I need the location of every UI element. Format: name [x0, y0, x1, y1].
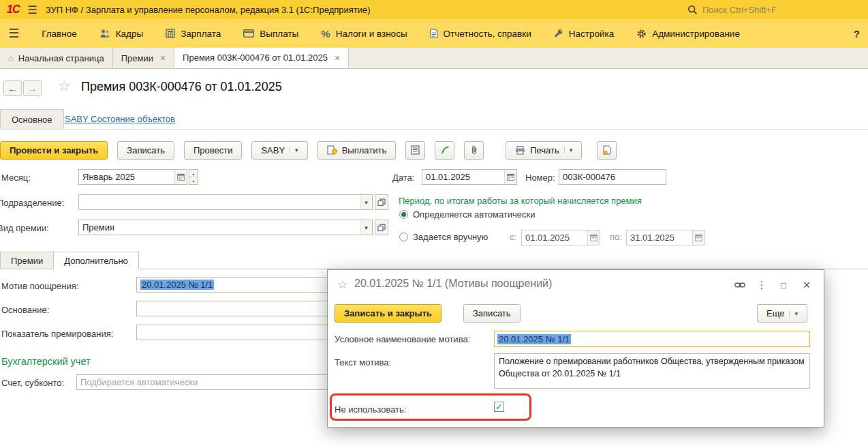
menu-label: Отчетность, справки [444, 29, 531, 39]
date-label: Дата: [392, 173, 414, 183]
saby-menu-button[interactable]: SABY ▾ [251, 141, 307, 160]
print-button[interactable]: Печать ▾ [506, 141, 582, 160]
more-button[interactable]: Еще ▾ [757, 304, 807, 323]
save-button[interactable]: Записать [117, 141, 174, 160]
button-label: Записать и закрыть [344, 308, 432, 318]
1c-logo-icon: 1С [7, 3, 19, 16]
tab-premiya-document[interactable]: Премия 003К-000476 от 01.01.2025 × [174, 48, 349, 68]
menu-item-kadry[interactable]: Кадры [99, 29, 143, 39]
calendar-icon[interactable] [587, 230, 600, 245]
attachments-button[interactable] [464, 141, 484, 160]
indicator-label: Показатель премирования: [1, 329, 113, 339]
nav-tab-osnovnoe[interactable]: Основное [0, 109, 64, 130]
account-input[interactable]: Подбирается автоматически [76, 374, 369, 390]
calendar-icon[interactable] [504, 170, 516, 184]
month-stepper[interactable]: ▴ ▾ [189, 169, 198, 185]
number-input[interactable]: 003К-000476 [559, 169, 666, 185]
post-and-close-button[interactable]: Провести и закрыть [0, 141, 108, 160]
to-label: по: [610, 232, 622, 242]
create-based-on-button[interactable] [597, 141, 617, 160]
number-value: 003К-000476 [563, 172, 662, 182]
section-divider [0, 129, 868, 130]
spin-up-icon[interactable]: ▴ [189, 170, 198, 177]
period-to-input[interactable]: 31.01.2025 [626, 230, 705, 245]
motive-name-label: Условное наименование мотива: [335, 334, 470, 344]
basis-label: Основание: [1, 305, 49, 315]
window-restore-icon[interactable]: □ [776, 278, 791, 292]
account-label: Счет, субконто: [1, 378, 64, 388]
favorite-star-icon[interactable]: ☆ [58, 78, 71, 94]
department-combo[interactable]: ▾ [78, 194, 373, 210]
close-dialog-icon[interactable]: × [799, 278, 814, 292]
menu-label: Настройка [569, 29, 614, 39]
date-input[interactable]: 01.01.2025 [422, 169, 517, 185]
open-in-list-icon [377, 198, 386, 207]
get-link-icon[interactable] [732, 278, 747, 292]
unused-label: Не использовать: [335, 404, 406, 415]
register-records-button[interactable] [405, 141, 425, 160]
department-label: Подразделение: [0, 198, 64, 208]
radio-auto-period[interactable] [399, 210, 408, 219]
pay-button[interactable]: Выплатить [317, 141, 397, 160]
motive-name-value: 20.01.2025 № 1/1 [497, 334, 571, 344]
calendar-icon[interactable] [692, 230, 704, 245]
edit-comment-button[interactable] [435, 141, 454, 160]
tab-dopolnitelno[interactable]: Дополнительно [53, 252, 139, 269]
motive-name-input[interactable]: 20.01.2025 № 1/1 [494, 331, 810, 347]
post-button[interactable]: Провести [184, 141, 243, 160]
dialog-save-and-close-button[interactable]: Записать и закрыть [335, 304, 441, 323]
menu-item-nastroyka[interactable]: Настройка [554, 29, 614, 39]
menu-item-vyplaty[interactable]: Выплаты [243, 29, 298, 39]
nav-tab-label: Основное [12, 115, 52, 125]
menu-item-zarplata[interactable]: Зарплата [166, 29, 221, 39]
tab-label: Премии [121, 53, 153, 63]
sections-menu-icon[interactable]: ☰ [8, 26, 19, 41]
button-label: Еще [766, 308, 784, 318]
help-button[interactable]: ? [854, 28, 860, 40]
tab-premii[interactable]: Премии [0, 252, 54, 269]
unused-checkbox[interactable]: ✓ [494, 402, 504, 412]
radio-manual-period[interactable] [399, 233, 408, 241]
quill-icon [440, 145, 450, 155]
department-open-button[interactable] [375, 194, 388, 210]
date-value: 01.01.2025 [426, 172, 501, 182]
menu-item-nalogi[interactable]: % Налоги и взносы [321, 28, 407, 40]
motive-text-input[interactable]: Положение о премировании работников Обще… [494, 353, 810, 389]
menu-item-otchetnost[interactable]: Отчетность, справки [430, 29, 531, 39]
motive-value: 20.01.2025 № 1/1 [140, 280, 214, 290]
app-title: ЗУП НФ / Зарплата и управление персонало… [46, 5, 371, 15]
bonus-type-combo[interactable]: Премия ▾ [78, 220, 373, 235]
back-button[interactable]: ← [3, 80, 22, 96]
favorite-star-icon[interactable]: ☆ [337, 278, 347, 292]
forward-button[interactable]: → [23, 80, 42, 96]
radio-auto-label[interactable]: Определяется автоматически [413, 209, 536, 220]
printer-icon [515, 146, 525, 155]
accounting-section-header: Бухгалтерский учет [1, 356, 91, 367]
kebab-menu-icon[interactable]: ⋮ [754, 278, 769, 292]
payment-card-icon [243, 29, 254, 38]
radio-manual-label[interactable]: Задается вручную [413, 232, 488, 242]
bonus-type-open-button[interactable] [375, 220, 388, 235]
period-from-input[interactable]: 01.01.2025 [521, 230, 600, 245]
window-tabs: ⌂ Начальная страница Премии × Премия 003… [0, 48, 868, 69]
menu-item-glavnoe[interactable]: Главное [42, 29, 77, 39]
gear-icon [636, 29, 647, 39]
chevron-down-icon[interactable]: ▾ [360, 195, 372, 209]
report-icon [430, 29, 438, 38]
search-icon [687, 5, 698, 15]
close-tab-icon[interactable]: × [160, 53, 166, 63]
close-tab-icon[interactable]: × [335, 53, 340, 63]
saby-status-link[interactable]: SABY Состояние объектов [65, 114, 175, 124]
calendar-icon[interactable] [174, 170, 187, 184]
dialog-save-button[interactable]: Записать [463, 304, 521, 323]
spin-down-icon[interactable]: ▾ [189, 177, 198, 184]
month-input[interactable]: Январь 2025 [78, 169, 187, 185]
button-label: Записать [473, 308, 511, 318]
tab-home[interactable]: ⌂ Начальная страница [0, 48, 113, 68]
main-menu-icon[interactable]: ☰ [27, 3, 37, 16]
global-search[interactable]: Поиск Ctrl+Shift+F [687, 5, 861, 15]
tab-premii-list[interactable]: Премии × [113, 48, 174, 68]
file-plus-icon [603, 145, 611, 155]
chevron-down-icon[interactable]: ▾ [360, 220, 372, 235]
menu-item-administrirovanie[interactable]: Администрирование [636, 29, 740, 39]
